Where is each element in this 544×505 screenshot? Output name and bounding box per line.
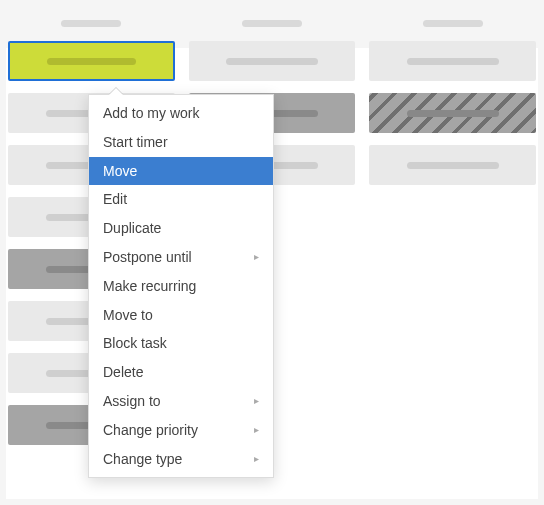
menu-item-label: Postpone until xyxy=(103,249,192,266)
menu-item[interactable]: Make recurring xyxy=(89,272,273,301)
placeholder-bar xyxy=(242,20,302,27)
task-card[interactable] xyxy=(189,41,356,81)
menu-item-label: Change priority xyxy=(103,422,198,439)
placeholder-bar xyxy=(47,58,136,65)
menu-item-label: Change type xyxy=(103,451,182,468)
column-header xyxy=(189,10,356,41)
menu-item[interactable]: Edit xyxy=(89,185,273,214)
menu-item-label: Start timer xyxy=(103,134,168,151)
menu-item-label: Block task xyxy=(103,335,167,352)
chevron-right-icon: ▸ xyxy=(254,424,259,436)
task-card[interactable] xyxy=(8,41,175,81)
menu-item-label: Make recurring xyxy=(103,278,196,295)
menu-item[interactable]: Change type▸ xyxy=(89,445,273,474)
column-header xyxy=(369,10,536,41)
menu-item-label: Add to my work xyxy=(103,105,199,122)
menu-item[interactable]: Start timer xyxy=(89,128,273,157)
menu-item[interactable]: Add to my work xyxy=(89,99,273,128)
menu-item[interactable]: Move xyxy=(89,157,273,186)
menu-item[interactable]: Duplicate xyxy=(89,214,273,243)
placeholder-bar xyxy=(407,110,499,117)
board-column xyxy=(369,10,536,505)
menu-item[interactable]: Assign to▸ xyxy=(89,387,273,416)
menu-item-label: Delete xyxy=(103,364,143,381)
menu-item[interactable]: Postpone until▸ xyxy=(89,243,273,272)
chevron-right-icon: ▸ xyxy=(254,395,259,407)
task-card[interactable] xyxy=(369,93,536,133)
menu-item-label: Edit xyxy=(103,191,127,208)
menu-item[interactable]: Move to xyxy=(89,301,273,330)
chevron-right-icon: ▸ xyxy=(254,251,259,263)
menu-item-label: Move xyxy=(103,163,137,180)
menu-item[interactable]: Block task xyxy=(89,329,273,358)
menu-item[interactable]: Change priority▸ xyxy=(89,416,273,445)
task-card[interactable] xyxy=(369,145,536,185)
placeholder-bar xyxy=(407,162,499,169)
chevron-right-icon: ▸ xyxy=(254,453,259,465)
menu-item-label: Move to xyxy=(103,307,153,324)
placeholder-bar xyxy=(61,20,121,27)
placeholder-bar xyxy=(226,58,318,65)
menu-item[interactable]: Delete xyxy=(89,358,273,387)
menu-item-label: Duplicate xyxy=(103,220,161,237)
task-card[interactable] xyxy=(369,41,536,81)
placeholder-bar xyxy=(407,58,499,65)
menu-item-label: Assign to xyxy=(103,393,161,410)
column-header xyxy=(8,10,175,41)
context-menu: Add to my workStart timerMoveEditDuplica… xyxy=(88,94,274,478)
placeholder-bar xyxy=(423,20,483,27)
